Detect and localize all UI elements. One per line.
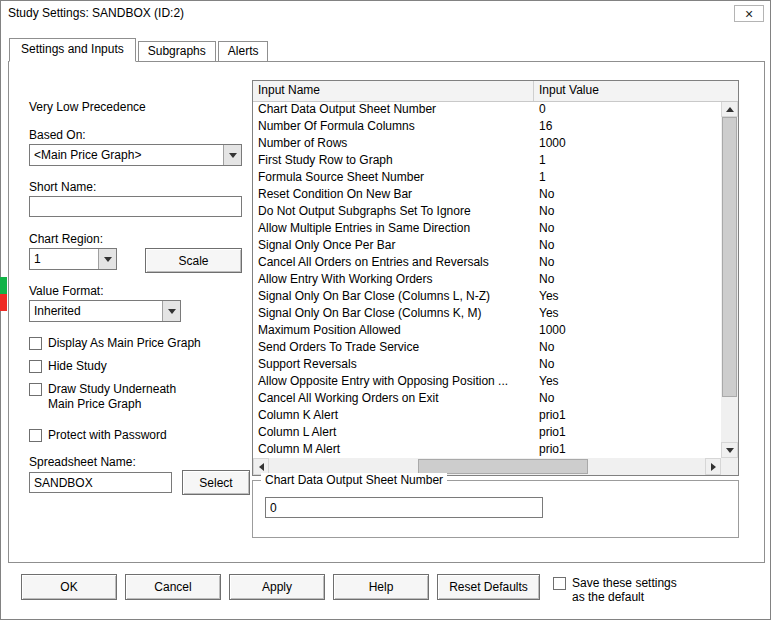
based-on-label: Based On:: [29, 128, 86, 142]
table-row[interactable]: Cancel All Orders on Entries and Reversa…: [253, 254, 721, 271]
checkbox-label: Display As Main Price Graph: [48, 336, 201, 350]
checkbox-label: Draw Study Underneath Main Price Graph: [48, 382, 183, 412]
vertical-scrollbar[interactable]: [721, 101, 738, 458]
table-row[interactable]: Column L Alertprio1: [253, 424, 721, 441]
chart-region-label: Chart Region:: [29, 232, 103, 246]
short-name-input[interactable]: [29, 196, 242, 217]
study-settings-dialog: Study Settings: SANDBOX (ID:2) × Setting…: [0, 0, 771, 620]
input-value-cell: 0: [534, 101, 721, 118]
scroll-down-icon[interactable]: [721, 442, 738, 458]
save-default-checkbox[interactable]: Save these settings as the default: [553, 576, 684, 604]
checkbox-box-icon[interactable]: [29, 360, 42, 373]
table-row[interactable]: Support ReversalsNo: [253, 356, 721, 373]
desktop-artifact-green: [0, 277, 7, 294]
tab-alerts[interactable]: Alerts: [218, 41, 269, 62]
table-row[interactable]: Allow Multiple Entries in Same Direction…: [253, 220, 721, 237]
select-button[interactable]: Select: [182, 470, 250, 495]
display-as-main-price-graph-checkbox[interactable]: Display As Main Price Graph: [29, 336, 201, 350]
input-value-cell: No: [534, 186, 721, 203]
tab-subgraphs[interactable]: Subgraphs: [138, 41, 216, 62]
table-row[interactable]: Signal Only On Bar Close (Columns L, N-Z…: [253, 288, 721, 305]
table-row[interactable]: Allow Opposite Entry with Opposing Posit…: [253, 373, 721, 390]
table-row[interactable]: Number of Rows1000: [253, 135, 721, 152]
reset-defaults-button[interactable]: Reset Defaults: [437, 574, 540, 600]
checkbox-box-icon[interactable]: [29, 429, 42, 442]
input-edit-group: Chart Data Output Sheet Number: [252, 480, 739, 538]
input-name-cell: Cancel All Working Orders on Exit: [253, 390, 534, 407]
inputs-table-body: Chart Data Output Sheet Number0Number Of…: [253, 101, 721, 458]
tab-settings-and-inputs[interactable]: Settings and Inputs: [9, 38, 136, 62]
spreadsheet-name-input[interactable]: [29, 472, 172, 493]
tab-strip: Settings and Inputs Subgraphs Alerts: [9, 38, 270, 62]
horizontal-scroll-thumb[interactable]: [418, 459, 588, 474]
table-row[interactable]: Do Not Output Subgraphs Set To IgnoreNo: [253, 203, 721, 220]
input-name-cell: Column M Alert: [253, 441, 534, 458]
cancel-button[interactable]: Cancel: [125, 574, 221, 600]
input-value-cell: prio1: [534, 424, 721, 441]
input-value-cell: Yes: [534, 288, 721, 305]
value-format-label: Value Format:: [29, 284, 103, 298]
input-value-cell: No: [534, 356, 721, 373]
close-icon[interactable]: ×: [734, 5, 764, 22]
chevron-down-icon[interactable]: [98, 249, 116, 269]
input-name-cell: Column K Alert: [253, 407, 534, 424]
input-value-cell: No: [534, 271, 721, 288]
ok-button[interactable]: OK: [21, 574, 117, 600]
input-value-cell: No: [534, 390, 721, 407]
input-value-cell: No: [534, 237, 721, 254]
chevron-down-icon[interactable]: [162, 301, 180, 321]
settings-and-inputs-page: Very Low Precedence Based On: <Main Pric…: [8, 61, 765, 563]
chart-region-value: 1: [34, 252, 97, 266]
scroll-right-icon[interactable]: [705, 458, 721, 475]
scale-button[interactable]: Scale: [145, 248, 242, 273]
input-value-edit[interactable]: [265, 497, 543, 518]
input-name-cell: Support Reversals: [253, 356, 534, 373]
table-row[interactable]: Formula Source Sheet Number1: [253, 169, 721, 186]
hide-study-checkbox[interactable]: Hide Study: [29, 359, 107, 373]
input-name-cell: Chart Data Output Sheet Number: [253, 101, 534, 118]
input-name-cell: Number Of Formula Columns: [253, 118, 534, 135]
table-row[interactable]: Maximum Position Allowed1000: [253, 322, 721, 339]
scroll-up-icon[interactable]: [721, 101, 738, 117]
table-row[interactable]: Send Orders To Trade ServiceNo: [253, 339, 721, 356]
column-header-input-name[interactable]: Input Name: [253, 81, 534, 101]
chart-region-select[interactable]: 1: [29, 248, 117, 270]
table-row[interactable]: First Study Row to Graph1: [253, 152, 721, 169]
table-row[interactable]: Number Of Formula Columns16: [253, 118, 721, 135]
title-bar[interactable]: Study Settings: SANDBOX (ID:2) ×: [1, 1, 770, 27]
inputs-table: Input Name Input Value Chart Data Output…: [252, 80, 739, 476]
table-row[interactable]: Allow Entry With Working OrdersNo: [253, 271, 721, 288]
input-name-cell: First Study Row to Graph: [253, 152, 534, 169]
checkbox-label: Protect with Password: [48, 428, 167, 442]
draw-study-underneath-checkbox[interactable]: Draw Study Underneath Main Price Graph: [29, 382, 183, 412]
input-value-cell: 1000: [534, 322, 721, 339]
protect-with-password-checkbox[interactable]: Protect with Password: [29, 428, 167, 442]
input-value-cell: No: [534, 203, 721, 220]
table-row[interactable]: Signal Only On Bar Close (Columns K, M)Y…: [253, 305, 721, 322]
column-header-input-value[interactable]: Input Value: [534, 81, 738, 101]
input-value-cell: Yes: [534, 305, 721, 322]
precedence-label: Very Low Precedence: [29, 100, 146, 114]
help-button[interactable]: Help: [333, 574, 429, 600]
input-name-cell: Signal Only Once Per Bar: [253, 237, 534, 254]
table-row[interactable]: Signal Only Once Per BarNo: [253, 237, 721, 254]
scrollbar-corner: [721, 458, 738, 475]
table-row[interactable]: Reset Condition On New BarNo: [253, 186, 721, 203]
table-row[interactable]: Column M Alertprio1: [253, 441, 721, 458]
table-row[interactable]: Column K Alertprio1: [253, 407, 721, 424]
input-edit-group-title: Chart Data Output Sheet Number: [261, 473, 447, 487]
checkbox-box-icon[interactable]: [553, 577, 566, 590]
table-row[interactable]: Chart Data Output Sheet Number0: [253, 101, 721, 118]
value-format-select[interactable]: Inherited: [29, 300, 181, 322]
checkbox-box-icon[interactable]: [29, 383, 42, 396]
input-name-cell: Signal Only On Bar Close (Columns L, N-Z…: [253, 288, 534, 305]
based-on-select[interactable]: <Main Price Graph>: [29, 144, 242, 166]
chevron-down-icon[interactable]: [223, 145, 241, 165]
vertical-scroll-thumb[interactable]: [722, 117, 737, 397]
based-on-value: <Main Price Graph>: [34, 148, 222, 162]
checkbox-box-icon[interactable]: [29, 337, 42, 350]
input-value-cell: 1000: [534, 135, 721, 152]
table-row[interactable]: Cancel All Working Orders on ExitNo: [253, 390, 721, 407]
window-title: Study Settings: SANDBOX (ID:2): [8, 6, 184, 20]
apply-button[interactable]: Apply: [229, 574, 325, 600]
